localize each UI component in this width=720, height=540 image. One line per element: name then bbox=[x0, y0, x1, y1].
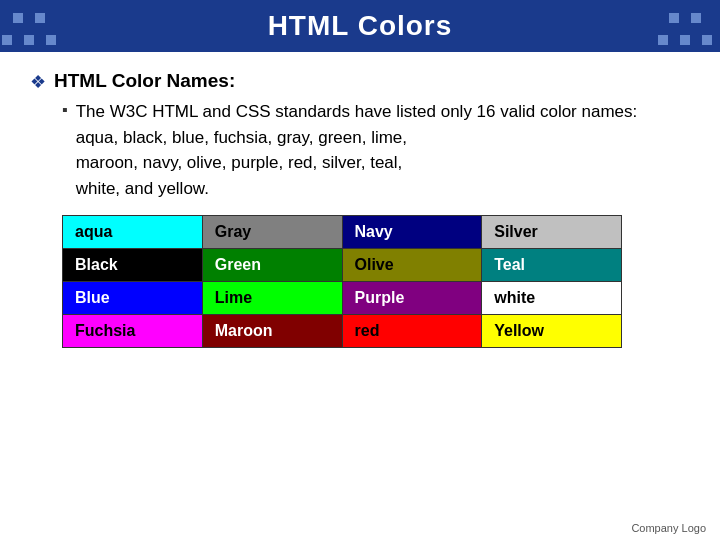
color-cell-maroon: Maroon bbox=[202, 315, 342, 348]
left-corner-decoration bbox=[2, 2, 62, 50]
color-cell-purple: Purple bbox=[342, 282, 482, 315]
diamond-icon: ❖ bbox=[30, 71, 46, 93]
right-corner-decoration bbox=[658, 2, 718, 50]
page-title: HTML Colors bbox=[268, 10, 453, 42]
color-cell-blue: Blue bbox=[63, 282, 203, 315]
bullet-section: ❖ HTML Color Names: ▪ The W3C HTML and C… bbox=[30, 70, 690, 201]
color-cell-silver: Silver bbox=[482, 216, 622, 249]
color-cell-olive: Olive bbox=[342, 249, 482, 282]
color-table-wrapper: aquaGrayNavySilverBlackGreenOliveTealBlu… bbox=[62, 215, 690, 348]
table-row: BlackGreenOliveTeal bbox=[63, 249, 622, 282]
color-cell-white: white bbox=[482, 282, 622, 315]
sub-bullet-icon: ▪ bbox=[62, 101, 68, 119]
color-cell-red: red bbox=[342, 315, 482, 348]
main-bullet: ❖ HTML Color Names: bbox=[30, 70, 690, 93]
color-cell-green: Green bbox=[202, 249, 342, 282]
color-cell-aqua: aqua bbox=[63, 216, 203, 249]
header-bar: HTML Colors bbox=[0, 0, 720, 52]
color-cell-teal: Teal bbox=[482, 249, 622, 282]
sub-bullet-text: The W3C HTML and CSS standards have list… bbox=[76, 99, 638, 201]
main-content: ❖ HTML Color Names: ▪ The W3C HTML and C… bbox=[0, 52, 720, 358]
sub-bullet: ▪ The W3C HTML and CSS standards have li… bbox=[62, 99, 690, 201]
color-cell-fuchsia: Fuchsia bbox=[63, 315, 203, 348]
color-cell-black: Black bbox=[63, 249, 203, 282]
footer: Company Logo bbox=[631, 522, 706, 534]
color-cell-lime: Lime bbox=[202, 282, 342, 315]
color-cell-navy: Navy bbox=[342, 216, 482, 249]
color-cell-gray: Gray bbox=[202, 216, 342, 249]
main-bullet-text: HTML Color Names: bbox=[54, 70, 235, 92]
company-logo-label: Company Logo bbox=[631, 522, 706, 534]
color-cell-yellow: Yellow bbox=[482, 315, 622, 348]
table-row: aquaGrayNavySilver bbox=[63, 216, 622, 249]
color-table: aquaGrayNavySilverBlackGreenOliveTealBlu… bbox=[62, 215, 622, 348]
table-row: BlueLimePurplewhite bbox=[63, 282, 622, 315]
table-row: FuchsiaMaroonredYellow bbox=[63, 315, 622, 348]
